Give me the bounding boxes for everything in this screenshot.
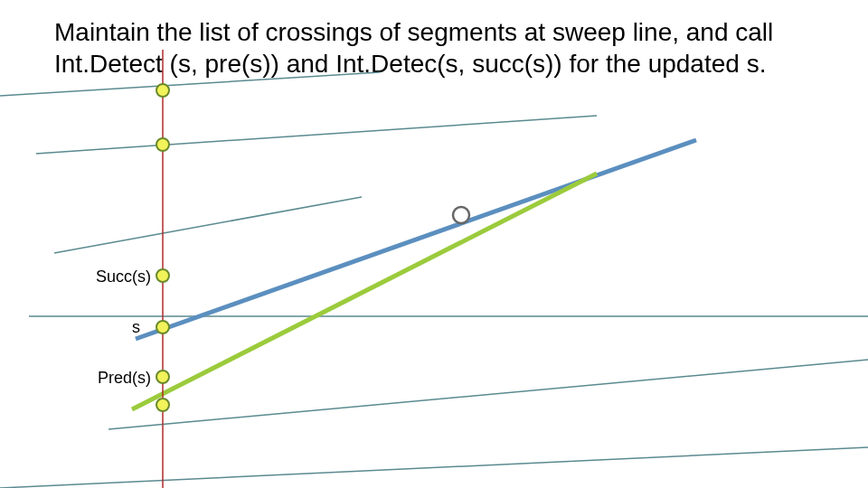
label-s: s (132, 318, 140, 337)
crossing-marker (156, 399, 169, 411)
future-intersection-marker (453, 207, 469, 223)
segment-bottom-1 (108, 360, 868, 429)
segment-mid-1 (54, 197, 362, 253)
segment-top-2 (36, 116, 597, 154)
segment-s (132, 174, 597, 409)
crossing-marker (156, 269, 169, 282)
crossing-marker (156, 138, 169, 151)
segment-bottom-2 (0, 447, 868, 488)
page-title: Maintain the list of crossings of segmen… (54, 16, 832, 80)
label-succ: Succ(s) (96, 267, 151, 286)
crossing-marker (156, 371, 169, 383)
segment-succ (136, 140, 696, 339)
crossing-marker (156, 321, 169, 333)
label-pred: Pred(s) (98, 369, 151, 388)
crossing-marker (156, 84, 169, 97)
